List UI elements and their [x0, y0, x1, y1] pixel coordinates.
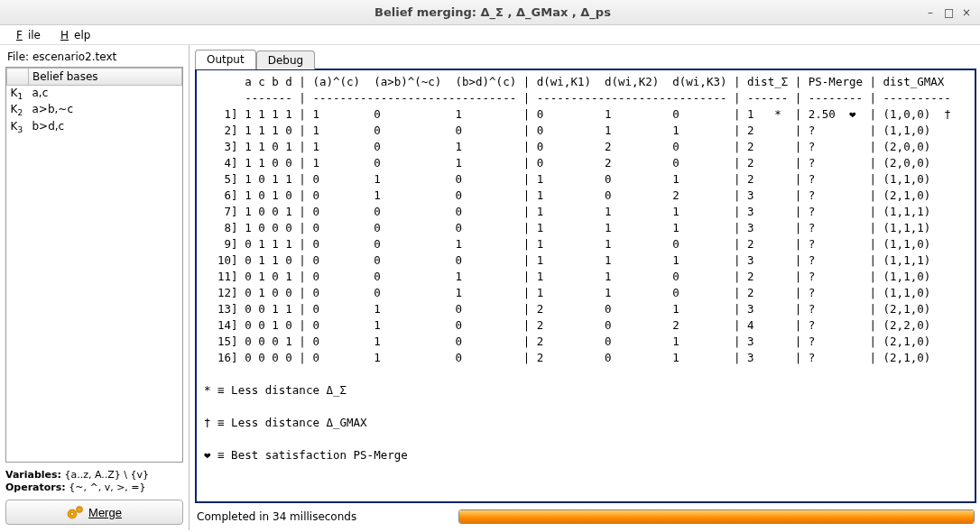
table-row[interactable]: K2a>b,~c [7, 102, 182, 118]
window-title: Belief merging: Δ_Σ , Δ_GMax , Δ_ps [60, 5, 926, 19]
status-message: Completed in 34 milliseconds [197, 510, 449, 523]
output-text: a c b d | (a)^(c) (a>b)^(~c) (b>d)^(c) |… [204, 74, 967, 463]
vars-value: {a..z, A..Z} \ {v} [61, 469, 149, 481]
output-panel[interactable]: a c b d | (a)^(c) (a>b)^(~c) (b>d)^(c) |… [195, 69, 976, 503]
table-row[interactable]: K3b>d,c [7, 119, 182, 135]
bb-content: a,c [29, 86, 182, 103]
menubar: File Help [0, 25, 980, 45]
bb-key: K1 [7, 86, 29, 103]
belief-bases-table[interactable]: Belief bases K1a,cK2a>b,~cK3b>d,c [5, 67, 183, 463]
gears-icon [67, 506, 83, 518]
table-row[interactable]: K1a,c [7, 86, 182, 103]
bb-col-index[interactable] [7, 69, 29, 86]
bb-content: b>d,c [29, 119, 182, 135]
ops-value: {~, ^, v, >, =} [66, 482, 146, 493]
tab-output[interactable]: Output [195, 50, 256, 69]
progress-bar [458, 509, 975, 524]
window-minimize-button[interactable]: – [926, 6, 935, 19]
bb-key: K3 [7, 119, 29, 135]
bb-content: a>b,~c [29, 102, 182, 118]
tab-bar: Output Debug [195, 47, 976, 69]
syntax-help: Variables: {a..z, A..Z} \ {v} Operators:… [5, 468, 183, 494]
svg-point-3 [79, 509, 80, 510]
merge-button[interactable]: Merge [5, 500, 183, 525]
menu-file[interactable]: File [5, 27, 46, 43]
window-maximize-button[interactable]: □ [944, 6, 953, 19]
sidebar: File: escenario2.text Belief bases K1a,c… [0, 45, 190, 530]
file-label: File: escenario2.text [5, 49, 183, 67]
status-bar: Completed in 34 milliseconds [195, 507, 976, 527]
tab-debug[interactable]: Debug [256, 50, 315, 69]
menu-help[interactable]: Help [50, 27, 96, 43]
vars-label: Variables: [5, 469, 61, 481]
bb-key: K2 [7, 102, 29, 118]
ops-label: Operators: [5, 482, 66, 493]
merge-button-label: Merge [88, 506, 122, 519]
svg-point-1 [70, 512, 73, 515]
window-titlebar: Belief merging: Δ_Σ , Δ_GMax , Δ_ps – □ … [0, 0, 980, 25]
window-close-button[interactable]: × [962, 6, 971, 19]
bb-col-header[interactable]: Belief bases [29, 69, 182, 86]
